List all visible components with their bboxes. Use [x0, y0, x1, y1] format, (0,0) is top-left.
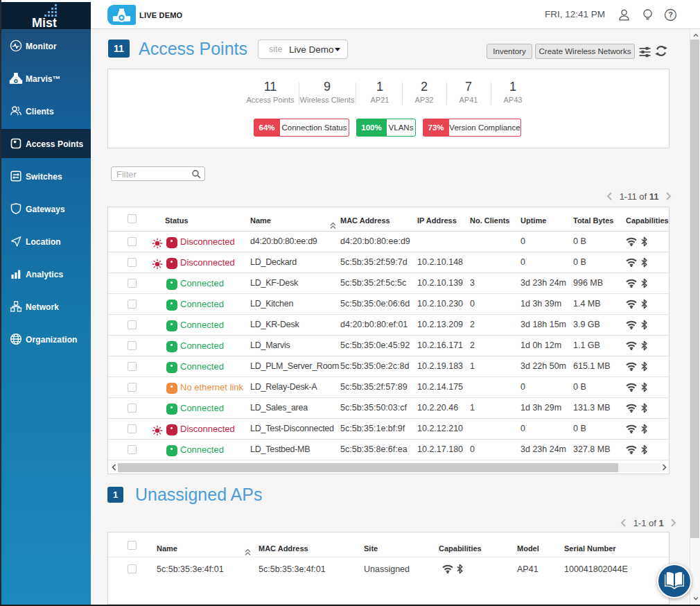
svg-text:Mist: Mist — [32, 16, 57, 29]
svg-text:?: ? — [668, 10, 673, 19]
